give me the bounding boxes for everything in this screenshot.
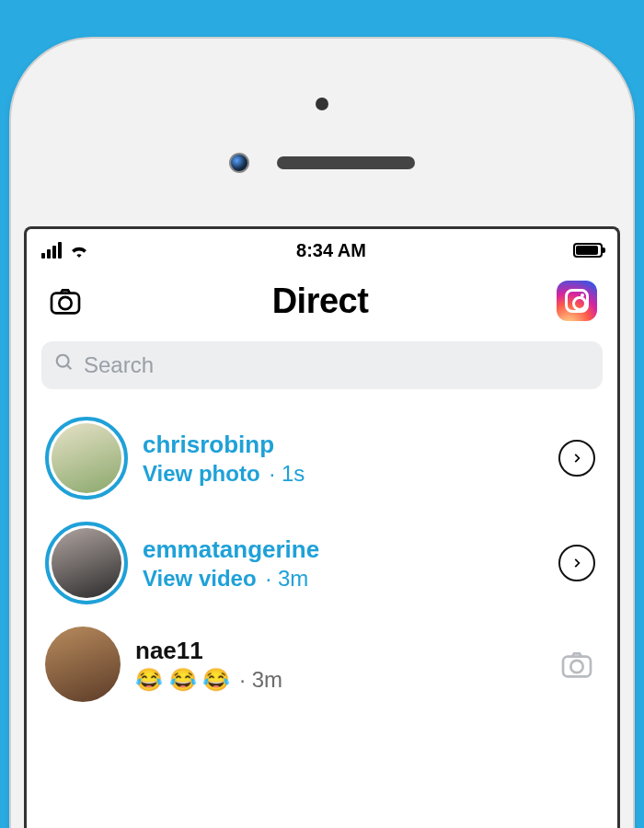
chat-time: 1s: [270, 461, 305, 487]
chat-username: nae11: [135, 637, 540, 665]
chat-row[interactable]: chrisrobinp View photo 1s: [41, 406, 603, 511]
camera-button[interactable]: [47, 282, 84, 319]
camera-icon: [558, 646, 595, 683]
chat-action: View video: [143, 566, 257, 592]
chevron-right-icon: [558, 440, 595, 477]
front-camera: [229, 153, 249, 173]
instagram-icon: [557, 281, 597, 321]
status-bar: 8:34 AM: [27, 229, 617, 271]
chat-preview: 😂 😂 😂: [135, 667, 230, 693]
open-chat-button[interactable]: [555, 541, 599, 585]
svg-point-5: [570, 661, 582, 673]
avatar[interactable]: [45, 522, 128, 604]
phone-frame: 8:34 AM Direct: [9, 37, 635, 828]
earpiece-speaker: [277, 156, 415, 169]
chat-action: View photo: [143, 461, 260, 487]
chat-row[interactable]: nae11 😂 😂 😂 3m: [41, 615, 603, 713]
wifi-icon: [69, 243, 89, 258]
chat-username: emmatangerine: [143, 535, 540, 564]
chevron-right-icon: [558, 545, 595, 581]
screen: 8:34 AM Direct: [24, 226, 620, 828]
reply-camera-button[interactable]: [555, 642, 599, 686]
chat-row[interactable]: emmatangerine View video 3m: [41, 511, 603, 615]
svg-line-3: [67, 365, 72, 370]
search-icon: [54, 352, 75, 378]
instagram-button[interactable]: [557, 281, 597, 321]
cellular-signal-icon: [41, 242, 62, 259]
svg-point-1: [59, 297, 71, 309]
phone-hardware-top: [24, 52, 620, 226]
chat-time: 3m: [266, 566, 309, 592]
proximity-sensor: [316, 98, 328, 110]
avatar[interactable]: [45, 417, 128, 500]
battery-icon: [573, 243, 603, 258]
status-time: 8:34 AM: [296, 240, 366, 261]
chat-list: chrisrobinp View photo 1s emmatangerine: [27, 406, 617, 713]
svg-point-2: [57, 355, 69, 367]
app-header: Direct: [27, 271, 617, 336]
page-title: Direct: [272, 282, 369, 321]
chat-time: 3m: [239, 667, 282, 693]
chat-username: chrisrobinp: [143, 431, 540, 459]
open-chat-button[interactable]: [555, 436, 599, 480]
search-input[interactable]: [84, 352, 590, 378]
search-bar[interactable]: [41, 341, 603, 389]
avatar[interactable]: [45, 627, 121, 702]
